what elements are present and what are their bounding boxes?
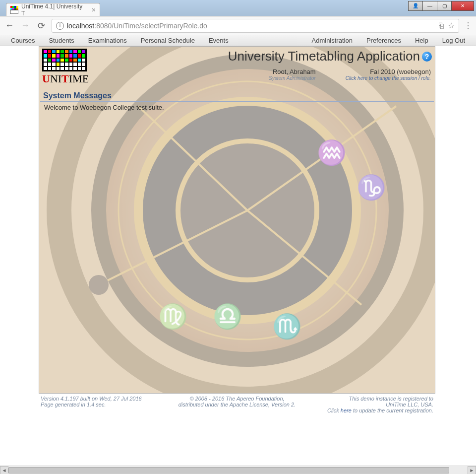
menu-examinations[interactable]: Examinations — [81, 35, 134, 46]
url-host: localhost — [67, 22, 94, 30]
svg-rect-1 — [12, 6, 14, 8]
back-button[interactable]: ← — [4, 20, 15, 31]
menu-events[interactable]: Events — [202, 35, 236, 46]
browser-tab[interactable]: UniTime 4.1| University T × — [6, 3, 100, 16]
url-path: /UniTime/selectPrimaryRole.do — [112, 22, 207, 30]
svg-rect-3 — [16, 6, 18, 8]
logo-grid-icon — [42, 49, 87, 71]
user-switch-button[interactable]: 👤 — [408, 1, 423, 11]
svg-rect-4 — [10, 8, 12, 10]
browser-menu-icon[interactable]: ⋮ — [464, 21, 472, 30]
system-messages-heading: System Messages — [40, 86, 434, 102]
user-info: Root, Abraham System Administrator — [269, 68, 316, 81]
app-frame: ♒ ♏ ♍ ♎ ♑ — [39, 46, 435, 394]
menu-logout[interactable]: Log Out — [435, 35, 472, 46]
svg-rect-5 — [12, 8, 14, 10]
browser-window: UniTime 4.1| University T × 👤 — ▢ ✕ ← → … — [0, 0, 476, 474]
user-name: Root, Abraham — [269, 68, 316, 75]
url-port: :8080 — [94, 22, 112, 30]
address-bar: ← → ⟳ i localhost:8080/UniTime/selectPri… — [0, 16, 476, 35]
menu-preferences[interactable]: Preferences — [359, 35, 408, 46]
footer-reg3: Click here to update the current registr… — [302, 407, 433, 413]
menu-help[interactable]: Help — [408, 35, 435, 46]
footer-update-registration-link[interactable]: here — [341, 407, 352, 413]
tab-close-icon[interactable]: × — [92, 6, 96, 14]
session-label: Fal 2010 (woebegon) — [346, 68, 431, 75]
tab-strip: UniTime 4.1| University T × 👤 — ▢ ✕ — [0, 0, 476, 16]
svg-rect-6 — [14, 8, 16, 10]
scroll-thumb[interactable] — [8, 467, 449, 474]
footer-gentime: Page generated in 1.4 sec. — [41, 402, 172, 407]
page-footer: Version 4.1.197 built on Wed, 27 Jul 201… — [39, 395, 435, 414]
url-input[interactable]: i localhost:8080/UniTime/selectPrimaryRo… — [52, 19, 459, 33]
footer-version: Version 4.1.197 built on Wed, 27 Jul 201… — [41, 396, 172, 402]
horizontal-scrollbar[interactable]: ◄ ► — [0, 466, 476, 474]
app-menubar: Courses Students Examinations Personal S… — [0, 35, 476, 46]
forward-button: → — [20, 20, 31, 31]
minimize-button[interactable]: — — [422, 1, 437, 11]
window-controls: 👤 — ▢ ✕ — [409, 1, 474, 11]
tab-title: UniTime 4.1| University T — [21, 3, 86, 17]
site-info-icon[interactable]: i — [56, 22, 64, 30]
scroll-right-icon[interactable]: ► — [468, 466, 476, 474]
footer-copyright1: © 2008 - 2016 The Apereo Foundation, — [172, 396, 302, 402]
close-button[interactable]: ✕ — [451, 1, 474, 11]
maximize-button[interactable]: ▢ — [437, 1, 452, 11]
logo-text: UNITIME — [42, 72, 97, 85]
svg-rect-7 — [16, 8, 18, 10]
menu-personal-schedule[interactable]: Personal Schedule — [134, 35, 202, 46]
page-content: Courses Students Examinations Personal S… — [0, 35, 476, 466]
footer-copyright2: distributed under the Apache License, Ve… — [172, 402, 302, 407]
footer-reg1: This demo instance is registered to — [302, 396, 433, 402]
svg-rect-0 — [10, 6, 12, 8]
scroll-track[interactable] — [8, 466, 468, 474]
app-header: UNITIME University Timetabling Applicati… — [39, 47, 435, 86]
logo[interactable]: UNITIME — [42, 49, 97, 85]
footer-reg2: UniTime LLC, USA. — [302, 402, 433, 407]
svg-rect-2 — [14, 6, 16, 8]
reload-button[interactable]: ⟳ — [36, 20, 47, 31]
system-messages-body: Welcome to Woebegon College test suite. — [39, 102, 435, 113]
session-info[interactable]: Fal 2010 (woebegon) Click here to change… — [346, 68, 431, 81]
menu-students[interactable]: Students — [42, 35, 81, 46]
user-role: System Administrator — [269, 75, 316, 81]
scroll-left-icon[interactable]: ◄ — [0, 466, 8, 474]
help-icon[interactable]: ? — [422, 52, 432, 62]
svg-rect-8 — [10, 10, 18, 14]
change-session-link[interactable]: Click here to change the session / role. — [346, 75, 431, 81]
menu-administration[interactable]: Administration — [305, 35, 359, 46]
translate-icon[interactable]: ⎗ — [439, 21, 444, 30]
favicon-icon — [10, 6, 18, 14]
menu-courses[interactable]: Courses — [4, 35, 42, 46]
app-title: University Timetabling Application — [228, 49, 420, 64]
bookmark-star-icon[interactable]: ☆ — [448, 21, 455, 30]
